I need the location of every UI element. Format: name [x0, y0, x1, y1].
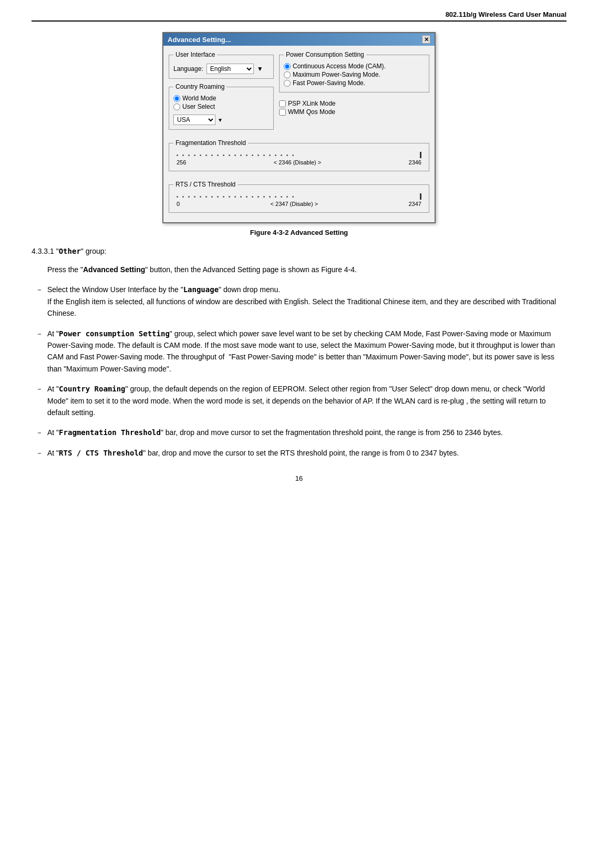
frag-dot — [194, 154, 195, 156]
frag-dot — [292, 154, 294, 156]
frag-dots — [177, 152, 421, 158]
bullet-content-4: At "Fragmentation Threshold" bar, drop a… — [47, 427, 566, 438]
language-row: Language: English ▼ — [173, 64, 269, 74]
rts-dot — [246, 196, 248, 198]
frag-dot — [229, 154, 230, 156]
frag-dot — [200, 154, 201, 156]
page-number: 16 — [32, 474, 566, 482]
country-select-row: USA ▼ — [173, 112, 269, 125]
user-select-label: User Select — [182, 103, 215, 110]
frag-dot — [263, 154, 265, 156]
wmm-checkbox[interactable] — [279, 109, 286, 116]
max-save-radio[interactable] — [284, 71, 291, 78]
frag-dot — [234, 154, 236, 156]
bullet-dash-5: － — [32, 447, 47, 459]
heading-suffix: " group: — [81, 247, 107, 255]
dialog-title-text: Advanced Setting... — [168, 36, 231, 44]
fragmentation-group: Fragmentation Threshold — [169, 139, 429, 171]
rts-end-marker — [420, 193, 421, 200]
fragmentation-legend: Fragmentation Threshold — [173, 139, 248, 147]
rts-dot — [234, 196, 236, 198]
frag-end-marker — [420, 152, 421, 158]
bullet-content-3: At "Country Roaming" group, the default … — [47, 383, 566, 418]
rts-dot — [200, 196, 201, 198]
rts-dot — [292, 196, 294, 198]
rts-dot — [269, 196, 271, 198]
max-save-row: Maximum Power-Saving Mode. — [284, 71, 425, 78]
frag-dot — [240, 154, 242, 156]
fast-save-label: Fast Power-Saving Mode. — [293, 79, 365, 87]
bullet-content-5: At "RTS / CTS Threshold" bar, drop and m… — [47, 447, 566, 459]
bullet-dash-4: － — [32, 427, 47, 438]
dialog-left-column: User Interface Language: English ▼ Count… — [169, 51, 274, 134]
frag-slider-nums: 256 < 2346 (Disable) > 2346 — [177, 159, 421, 166]
bullet-content-2: At "Power consumption Setting" group, se… — [47, 328, 566, 375]
close-icon: ✕ — [424, 36, 429, 43]
country-roaming-legend: Country Roaming — [173, 83, 226, 90]
bullet-5: － At "RTS / CTS Threshold" bar, drop and… — [32, 447, 566, 459]
figure-caption: Figure 4-3-2 Advanced Setting — [162, 229, 436, 236]
fast-save-row: Fast Power-Saving Mode. — [284, 79, 425, 87]
dialog-close-button[interactable]: ✕ — [422, 35, 430, 44]
frag-min: 256 — [177, 159, 186, 166]
rts-group: RTS / CTS Threshold — [169, 181, 429, 213]
page-number-text: 16 — [295, 474, 303, 482]
wmm-label: WMM Qos Mode — [288, 108, 335, 116]
wmm-row: WMM Qos Mode — [279, 108, 429, 116]
rts-slider-nums: 0 < 2347 (Disable) > 2347 — [177, 201, 421, 207]
frag-dot — [269, 154, 271, 156]
cam-radio[interactable] — [284, 63, 291, 70]
frag-dot — [205, 154, 207, 156]
frag-dot — [223, 154, 224, 156]
user-select-radio[interactable] — [173, 104, 180, 110]
rts-max: 2347 — [409, 201, 421, 207]
power-consumption-group: Power Consumption Setting Continuous Acc… — [279, 51, 429, 92]
rts-dot — [177, 196, 178, 198]
frag-track-container: 256 < 2346 (Disable) > 2346 — [173, 150, 425, 167]
language-select[interactable]: English — [207, 64, 254, 74]
language-label: Language: — [173, 65, 203, 73]
rts-track-container: 0 < 2347 (Disable) > 2347 — [173, 191, 425, 208]
frag-mid: < 2346 (Disable) > — [274, 159, 322, 166]
dialog-right-column: Power Consumption Setting Continuous Acc… — [279, 51, 429, 134]
fast-save-radio[interactable] — [284, 80, 291, 87]
power-consumption-legend: Power Consumption Setting — [284, 51, 366, 58]
header-title: 802.11b/g Wireless Card User Manual — [446, 11, 566, 18]
rts-min: 0 — [177, 201, 180, 207]
cam-label: Continuous Access Mode (CAM). — [293, 63, 386, 70]
frag-dot — [252, 154, 253, 156]
heading-prefix: 4.3.3.1 " — [32, 247, 59, 255]
figure-caption-text: Figure 4-3-2 Advanced Setting — [250, 229, 348, 236]
cam-row: Continuous Access Mode (CAM). — [284, 63, 425, 70]
rts-section: RTS / CTS Threshold — [163, 181, 435, 222]
rts-dot — [194, 196, 195, 198]
extra-options: PSP XLink Mode WMM Qos Mode — [279, 97, 429, 119]
rts-dot — [275, 196, 276, 198]
frag-dot — [182, 154, 184, 156]
rts-dot — [188, 196, 190, 198]
user-select-row: User Select — [173, 103, 269, 110]
rts-dots — [177, 193, 421, 200]
rts-mid: < 2347 (Disable) > — [271, 201, 318, 207]
rts-dot — [257, 196, 259, 198]
world-mode-radio[interactable] — [173, 95, 180, 102]
psp-label: PSP XLink Mode — [288, 100, 336, 107]
frag-dot — [286, 154, 288, 156]
rts-dot — [211, 196, 213, 198]
frag-dot — [177, 154, 178, 156]
bullet-dash-2: － — [32, 328, 47, 375]
bullet-4: － At "Fragmentation Threshold" bar, drop… — [32, 427, 566, 438]
psp-row: PSP XLink Mode — [279, 100, 429, 107]
psp-checkbox[interactable] — [279, 100, 286, 107]
dropdown-arrow-icon: ▼ — [257, 65, 263, 73]
bullet-content-1: Select the Window User Interface by the … — [47, 284, 566, 319]
rts-dot — [240, 196, 242, 198]
country-select[interactable]: USA — [173, 115, 215, 125]
rts-dot — [182, 196, 184, 198]
frag-dot — [275, 154, 276, 156]
rts-dot — [217, 196, 219, 198]
bullet-1: － Select the Window User Interface by th… — [32, 284, 566, 319]
frag-dot — [211, 154, 213, 156]
dialog-titlebar: Advanced Setting... ✕ — [163, 33, 435, 46]
section-heading: 4.3.3.1 "Other" group: — [32, 247, 566, 255]
